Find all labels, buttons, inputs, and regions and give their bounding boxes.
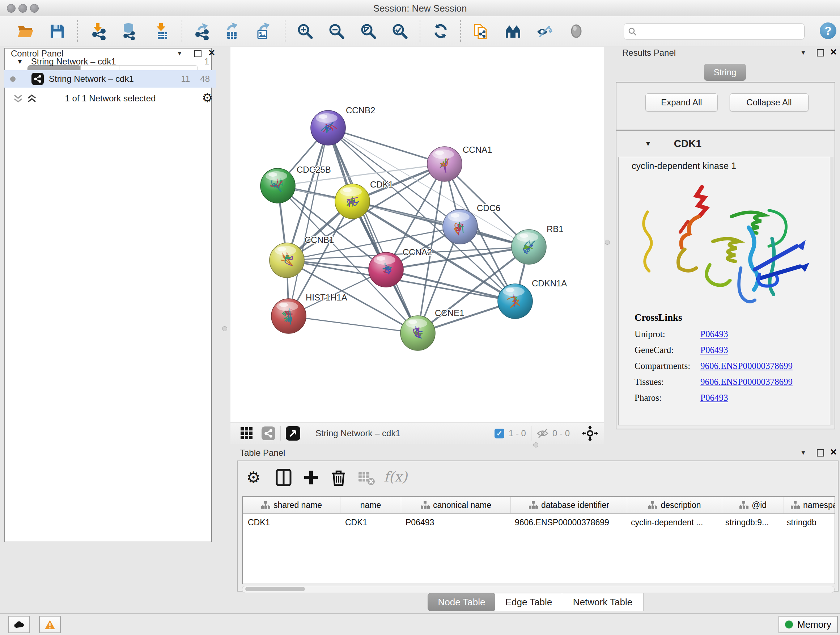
column-header-namespace[interactable]: namespace [784, 497, 835, 513]
starter-panel-icon[interactable] [504, 22, 522, 40]
delete-column-icon[interactable] [329, 468, 348, 487]
import-network-file-icon[interactable] [90, 22, 107, 40]
tab-network-table[interactable]: Network Table [562, 593, 644, 611]
table-cell[interactable]: stringdb:9... [720, 518, 782, 527]
function-builder-icon[interactable]: f(x) [384, 468, 416, 487]
table-panel-float-icon[interactable] [817, 449, 824, 456]
network-node-HIST1H1A[interactable]: HIST1H1A [271, 293, 347, 333]
table-panel-menu-icon[interactable]: ▼ [800, 449, 806, 456]
network-node-CCNB1[interactable]: CCNB1 [270, 235, 334, 278]
network-options-gear-icon[interactable]: ⚙ [202, 90, 213, 105]
save-session-icon[interactable] [49, 22, 66, 40]
column-header-database-identifier[interactable]: database identifier [511, 497, 627, 513]
column-header-shared-name[interactable]: shared name [243, 497, 340, 513]
results-panel-float-icon[interactable] [817, 49, 824, 57]
tab-edge-table[interactable]: Edge Table [495, 593, 562, 611]
column-tree-icon [529, 501, 538, 509]
zoom-out-icon[interactable] [328, 22, 345, 40]
column-tree-icon [261, 501, 270, 509]
import-network-database-icon[interactable] [120, 22, 138, 40]
string-view-icon[interactable] [262, 426, 275, 440]
network-nodes: CCNB2CCNA1CDC25BCDK1CDC6RB1CCNB1CCNA2CDK… [261, 105, 567, 350]
refresh-view-icon[interactable] [432, 22, 449, 40]
table-cell[interactable]: stringdb [782, 518, 835, 527]
table-header-row: shared namenamecanonical namedatabase id… [243, 497, 835, 514]
expand-all-button[interactable]: Expand All [645, 93, 718, 111]
results-panel-menu-icon[interactable]: ▼ [800, 49, 806, 57]
gene-section-header[interactable]: ▼ CDK1 [616, 131, 835, 157]
export-table-icon[interactable] [223, 22, 240, 40]
network-edge[interactable] [328, 128, 445, 164]
network-edge[interactable] [289, 316, 418, 333]
network-edge[interactable] [289, 128, 328, 316]
collection-expander-icon[interactable]: ▼ [17, 58, 23, 65]
selected-nodes-checkbox[interactable]: ✓ [494, 429, 504, 439]
table-cell[interactable]: cyclin-dependent ... [626, 518, 720, 527]
show-graphics-details-icon[interactable] [568, 22, 585, 40]
help-icon[interactable]: ? [820, 22, 836, 39]
tissues-link[interactable]: 9606.ENSP00000378699 [700, 377, 793, 387]
hide-graphics-details-icon[interactable] [536, 22, 553, 40]
gene-expander-icon[interactable]: ▼ [645, 140, 652, 148]
column-header--id[interactable]: @id [722, 497, 784, 513]
pharos-link[interactable]: P06493 [700, 393, 728, 403]
column-header-canonical-name[interactable]: canonical name [401, 497, 511, 513]
collapse-all-button[interactable]: Collapse All [729, 93, 808, 111]
column-header-name[interactable]: name [340, 497, 401, 513]
clone-network-icon[interactable] [472, 22, 490, 40]
memory-button[interactable]: Memory [778, 616, 838, 633]
bottom-splitter-handle[interactable] [533, 442, 538, 448]
export-image-icon[interactable] [254, 22, 272, 40]
export-network-icon[interactable] [193, 22, 210, 40]
navigator-crosshair-icon[interactable] [582, 425, 598, 441]
results-actions-box: Expand All Collapse All [616, 82, 835, 130]
results-panel: Results Panel ▼ ✕ String Expand All Coll… [615, 47, 840, 447]
network-collection-row[interactable]: ▼ String Network – cdk1 1 [4, 53, 216, 70]
table-cell[interactable]: P06493 [401, 518, 510, 527]
node-label-CCNA1: CCNA1 [463, 145, 492, 155]
open-in-new-window-icon[interactable] [286, 426, 300, 440]
genecard-link[interactable]: P06493 [700, 345, 728, 355]
import-table-file-icon[interactable] [153, 22, 171, 40]
network-list-header: 1 of 1 Network selected ⚙ [4, 90, 216, 106]
gene-description: cyclin-dependent kinase 1 [632, 161, 736, 171]
network-node-count: 11 [181, 74, 190, 84]
column-header-description[interactable]: description [627, 497, 722, 513]
left-splitter-handle[interactable] [222, 326, 227, 331]
results-panel-close-icon[interactable]: ✕ [830, 47, 837, 57]
cloud-button[interactable] [8, 616, 30, 633]
column-tree-icon [648, 501, 657, 509]
network-row-label: String Network – cdk1 [49, 74, 134, 84]
uniprot-link[interactable]: P06493 [700, 329, 728, 339]
show-columns-icon[interactable] [274, 468, 294, 487]
network-node-CDKN1A[interactable]: CDKN1A [498, 279, 567, 318]
grid-view-icon[interactable] [240, 426, 254, 440]
add-column-icon[interactable] [302, 468, 321, 487]
network-node-CDK1[interactable]: CDK1 [335, 180, 393, 219]
table-cell[interactable]: CDK1 [243, 518, 340, 527]
zoom-in-icon[interactable] [296, 22, 314, 40]
network-canvas[interactable]: CCNB2CCNA1CDC25BCDK1CDC6RB1CCNB1CCNA2CDK… [231, 47, 604, 423]
results-scrollbar[interactable] [830, 157, 834, 424]
right-splitter-handle[interactable] [605, 240, 610, 245]
table-cell[interactable]: 9606.ENSP00000378699 [510, 518, 626, 527]
tab-node-table[interactable]: Node Table [428, 593, 496, 611]
main-toolbar: ? [0, 16, 840, 46]
open-session-icon[interactable] [17, 22, 34, 40]
network-node-CCNA1[interactable]: CCNA1 [427, 145, 492, 181]
compartments-link[interactable]: 9606.ENSP00000378699 [700, 361, 793, 371]
table-panel-close-icon[interactable]: ✕ [830, 447, 837, 457]
search-input[interactable] [637, 25, 804, 38]
zoom-selected-icon[interactable] [391, 22, 409, 40]
table-row[interactable]: CDK1CDK1P064939606.ENSP00000378699cyclin… [243, 514, 835, 531]
table-hscrollbar-thumb[interactable] [245, 587, 305, 591]
network-node-RB1[interactable]: RB1 [512, 224, 564, 264]
delete-table-icon[interactable] [356, 468, 376, 487]
table-settings-gear-icon[interactable]: ⚙ [246, 468, 266, 487]
zoom-fit-icon[interactable] [360, 22, 377, 40]
memory-label: Memory [797, 619, 831, 630]
tab-string[interactable]: String [704, 64, 746, 81]
warning-button[interactable] [39, 616, 61, 633]
table-cell[interactable]: CDK1 [340, 518, 401, 527]
network-row[interactable]: String Network – cdk1 11 48 [4, 70, 216, 88]
